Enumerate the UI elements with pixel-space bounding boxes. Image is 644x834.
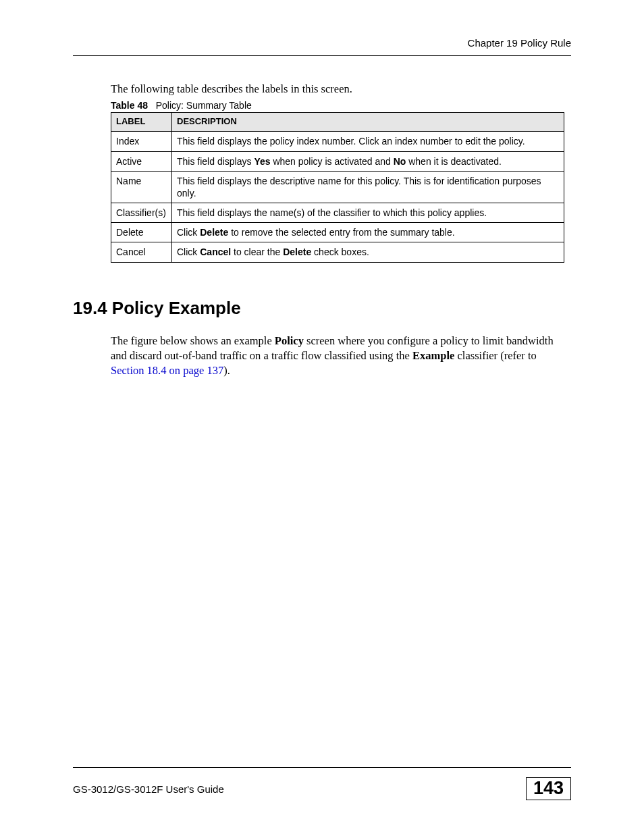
table-row: Active This field displays Yes when poli… [111, 151, 564, 171]
cell-description: This field displays the descriptive name… [172, 171, 564, 203]
cell-label: Active [111, 151, 172, 171]
col-header-label: LABEL [111, 113, 172, 132]
table-row: Classifier(s) This field displays the na… [111, 203, 564, 223]
page-number: 143 [526, 777, 571, 800]
cell-description: This field displays the name(s) of the c… [172, 203, 564, 223]
cell-label: Index [111, 132, 172, 151]
running-header: Chapter 19 Policy Rule [73, 37, 571, 56]
chapter-title: Chapter 19 Policy Rule [468, 37, 571, 49]
table-row: Name This field displays the descriptive… [111, 171, 564, 203]
intro-paragraph: The following table describes the labels… [111, 82, 571, 96]
page-container: Chapter 19 Policy Rule The following tab… [0, 0, 644, 834]
summary-table: LABEL DESCRIPTION Index This field displ… [111, 112, 564, 262]
cell-description: Click Cancel to clear the Delete check b… [172, 242, 564, 262]
table-header-row: LABEL DESCRIPTION [111, 113, 564, 132]
section-heading: 19.4 Policy Example [73, 298, 571, 319]
cell-description: This field displays the policy index num… [172, 132, 564, 151]
section-paragraph: The figure below shows an example Policy… [111, 334, 571, 379]
cell-label: Cancel [111, 242, 172, 262]
page-footer: GS-3012/GS-3012F User's Guide 143 [73, 767, 571, 800]
table-caption: Table 48 Policy: Summary Table [111, 100, 571, 111]
table-row: Index This field displays the policy ind… [111, 132, 564, 151]
footer-wrap: GS-3012/GS-3012F User's Guide 143 [73, 767, 571, 800]
footer-guide-title: GS-3012/GS-3012F User's Guide [73, 783, 224, 795]
cell-label: Classifier(s) [111, 203, 172, 223]
cell-label: Delete [111, 223, 172, 242]
table-title: Policy: Summary Table [156, 100, 252, 111]
cell-description: Click Delete to remove the selected entr… [172, 223, 564, 242]
col-header-description: DESCRIPTION [172, 113, 564, 132]
table-row: Cancel Click Cancel to clear the Delete … [111, 242, 564, 262]
cross-reference-link[interactable]: Section 18.4 on page 137 [111, 364, 223, 377]
table-row: Delete Click Delete to remove the select… [111, 223, 564, 242]
cell-description: This field displays Yes when policy is a… [172, 151, 564, 171]
table-number: Table 48 [111, 100, 148, 111]
cell-label: Name [111, 171, 172, 203]
